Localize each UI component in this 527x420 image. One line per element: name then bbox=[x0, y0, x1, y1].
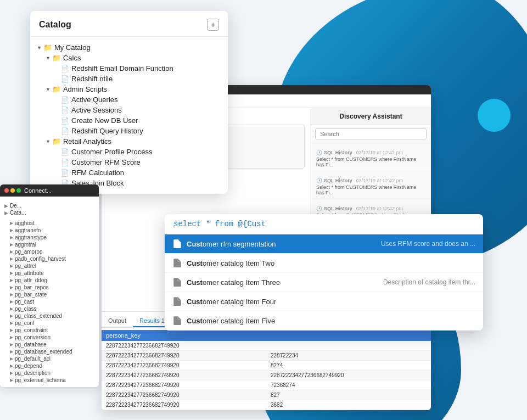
tree-item-my-catalog[interactable]: ▼📁My Catalog bbox=[30, 42, 228, 53]
pg-table-item[interactable]: ▶pg_attr_ddog bbox=[4, 277, 94, 284]
autocomplete-item-0[interactable]: Customer rfm segmentation Uses RFM score… bbox=[165, 234, 483, 254]
tree-item-calcs[interactable]: ▼📁Calcs bbox=[30, 53, 228, 63]
maximize-button[interactable] bbox=[16, 188, 21, 193]
pg-table-item[interactable]: ▶pg_bar_state bbox=[4, 291, 94, 298]
folder-icon: 📁 bbox=[43, 43, 52, 52]
connections-header: Connect... bbox=[0, 184, 99, 197]
autocomplete-bold: Cust bbox=[187, 240, 203, 248]
table-row: 2287222342772366827499203682 bbox=[102, 400, 431, 410]
tree-item-label: Admin Scripts bbox=[63, 85, 107, 93]
table-row: 22872223427723668274992072368274 bbox=[102, 380, 431, 390]
arrow-icon: ▶ bbox=[10, 256, 13, 261]
autocomplete-item-2[interactable]: Customer catalog Item Three Description … bbox=[165, 273, 483, 292]
file-icon: 📄 bbox=[61, 117, 69, 125]
file-icon: 📄 bbox=[61, 75, 69, 83]
blob-small bbox=[478, 99, 511, 132]
tree-item-admin-scripts[interactable]: ▼📁Admin Scripts bbox=[30, 84, 228, 94]
expand-icon: ▶ bbox=[4, 210, 8, 216]
folder-icon: 📁 bbox=[52, 85, 61, 93]
file-icon bbox=[172, 277, 182, 287]
arrow-icon: ▶ bbox=[10, 371, 13, 376]
pg-table-item[interactable]: ▶pg_description bbox=[4, 369, 94, 377]
tree-item-redshift-query-history[interactable]: 📄Redshift Query History bbox=[30, 126, 228, 136]
close-button[interactable] bbox=[4, 188, 9, 193]
autocomplete-bold: Cust bbox=[187, 278, 203, 287]
pg-table-item[interactable]: ▶agghost bbox=[4, 220, 94, 227]
catalog-panel: Catalog + ▼📁My Catalog▼📁Calcs📄Redshift E… bbox=[30, 11, 228, 194]
autocomplete-item-3[interactable]: Customer catalog Item Four bbox=[165, 292, 483, 311]
connection-item[interactable]: ▶De... bbox=[4, 202, 94, 209]
pg-table-item[interactable]: ▶pg_attribute bbox=[4, 270, 94, 277]
table-cell: 228722234277236682749920 bbox=[102, 361, 266, 371]
autocomplete-item-1[interactable]: Customer catalog Item Two bbox=[165, 254, 483, 273]
tree-item-customer-profile-process[interactable]: 📄Customer Profile Process bbox=[30, 147, 228, 157]
sql-badge: 🕐 SQL History 03/17/19 at 12:42 pm bbox=[316, 178, 403, 183]
pg-table-item[interactable]: ▶pg_cast bbox=[4, 298, 94, 305]
conn-label: Cata... bbox=[10, 210, 26, 216]
discovery-item[interactable]: 🕐 SQL History 03/17/19 at 12:42 pm Selec… bbox=[311, 171, 431, 199]
tree-item-redshift-ntile[interactable]: 📄Redshift ntile bbox=[30, 74, 228, 84]
pg-table-item[interactable]: ▶pg_bar_repos bbox=[4, 284, 94, 291]
tree-item-redshift-email[interactable]: 📄Redshift Email Domain Function bbox=[30, 63, 228, 74]
badge-label: SQL History bbox=[324, 150, 352, 155]
conn-list: ▶De...▶Cata... bbox=[4, 202, 94, 216]
pg-table-item[interactable]: ▶pg_database_extended bbox=[4, 348, 94, 355]
connection-item[interactable]: ▶Cata... bbox=[4, 209, 94, 216]
tree-item-customer-rfm-score[interactable]: 📄Customer RFM Score bbox=[30, 157, 228, 167]
pg-table-item[interactable]: ▶aggmtral bbox=[4, 241, 94, 248]
pg-table-item[interactable]: ▶pg_class_extended bbox=[4, 312, 94, 320]
tree-item-active-sessions[interactable]: 📄Active Sessions bbox=[30, 105, 228, 115]
badge-label: SQL History bbox=[324, 206, 352, 211]
table-row: 228722234277236682749920228722234 bbox=[102, 351, 431, 361]
table-cell: 8274 bbox=[266, 361, 431, 371]
clock-icon: 🕐 bbox=[316, 206, 322, 211]
file-icon bbox=[172, 239, 182, 249]
pg-table-item[interactable]: ▶pg_external_schema bbox=[4, 377, 94, 384]
tree-item-rfm-calculation[interactable]: 📄RFM Calculation bbox=[30, 167, 228, 178]
autocomplete-item-text: Customer catalog Item Three bbox=[187, 278, 374, 287]
table-cell: 827 bbox=[266, 390, 431, 400]
pg-table-item[interactable]: ▶pg_attrel bbox=[4, 262, 94, 270]
pg-table-item[interactable]: ▶pg_conversion bbox=[4, 334, 94, 341]
arrow-icon: ▶ bbox=[10, 249, 13, 254]
file-icon: 📄 bbox=[61, 65, 69, 72]
pg-table-item[interactable]: ▶pg_default_acl bbox=[4, 355, 94, 362]
autocomplete-bold: Cust bbox=[187, 298, 203, 306]
tree-item-create-new-db-user[interactable]: 📄Create New DB User bbox=[30, 115, 228, 126]
tree-item-label: Calcs bbox=[63, 54, 81, 62]
autocomplete-items: Customer rfm segmentation Uses RFM score… bbox=[165, 234, 483, 331]
table-cell: 228722234277236682749920 bbox=[102, 380, 266, 390]
arrow-icon: ▼ bbox=[37, 45, 42, 51]
catalog-add-button[interactable]: + bbox=[207, 19, 219, 31]
pg-table-item[interactable]: ▶aggtransfn bbox=[4, 227, 94, 234]
arrow-icon: ▶ bbox=[10, 313, 13, 318]
discovery-search-input[interactable] bbox=[315, 128, 427, 139]
pg-table-item[interactable]: ▶pg_depend bbox=[4, 362, 94, 369]
pg-table-item[interactable]: ▶pg_conf bbox=[4, 320, 94, 327]
file-icon: 📄 bbox=[61, 96, 69, 104]
result-tab-output[interactable]: Output bbox=[102, 315, 133, 327]
file-icon bbox=[172, 316, 182, 326]
arrow-icon: ▶ bbox=[10, 292, 13, 297]
tree-item-active-queries[interactable]: 📄Active Queries bbox=[30, 94, 228, 105]
arrow-icon: ▶ bbox=[10, 328, 13, 333]
pg-table-item[interactable]: ▶padb_config_harvest bbox=[4, 255, 94, 262]
catalog-tree: ▼📁My Catalog▼📁Calcs📄Redshift Email Domai… bbox=[30, 37, 228, 194]
arrow-icon: ▼ bbox=[46, 139, 51, 144]
traffic-lights bbox=[4, 188, 21, 193]
table-row: 228722234277236682749920 bbox=[102, 341, 431, 351]
pg-table-item[interactable]: ▶pg_constraint bbox=[4, 327, 94, 334]
pg-table-item[interactable]: ▶aggtranstype bbox=[4, 234, 94, 241]
arrow-icon: ▶ bbox=[10, 335, 13, 340]
file-icon: 📄 bbox=[61, 148, 69, 156]
table-row: 2287222342772366827499208274 bbox=[102, 361, 431, 371]
pg-table-item[interactable]: ▶pg_class bbox=[4, 305, 94, 312]
pg-table-item[interactable]: ▶pg_amproc bbox=[4, 248, 94, 255]
autocomplete-item-4[interactable]: Customer catalog Item Five bbox=[165, 311, 483, 331]
minimize-button[interactable] bbox=[10, 188, 15, 193]
tree-item-retail-analytics[interactable]: ▼📁Retail Analytics bbox=[30, 136, 228, 147]
pg-table-item[interactable]: ▶pg_database bbox=[4, 341, 94, 348]
folder-icon: 📁 bbox=[52, 54, 61, 62]
discovery-item[interactable]: 🕐 SQL History 03/17/19 at 12:42 pm Selec… bbox=[311, 143, 431, 171]
table-cell: 228722234277236682749920 bbox=[102, 400, 266, 410]
